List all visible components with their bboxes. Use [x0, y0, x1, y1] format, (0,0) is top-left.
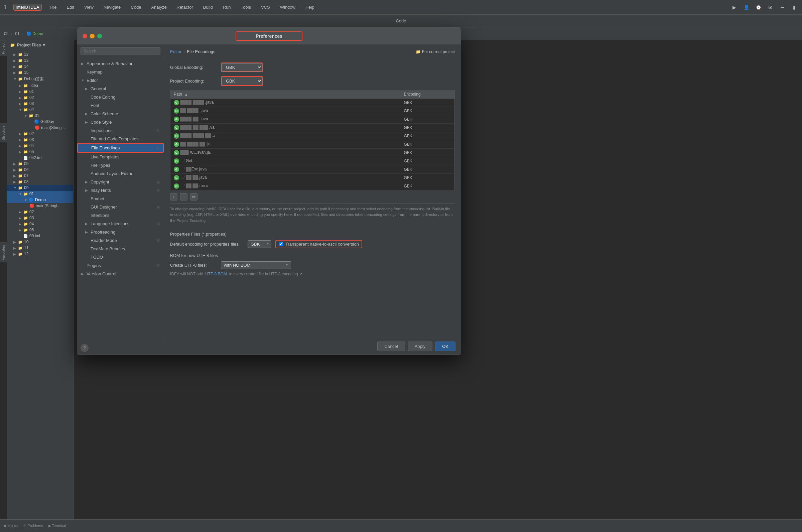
nav-lang-injections[interactable]: ▶ Language Injections ⎘ [77, 220, 164, 228]
tree-item-05b[interactable]: ▶📁 05 [7, 149, 73, 155]
nav-todo[interactable]: TODO [77, 253, 164, 261]
traffic-lights[interactable] [82, 34, 102, 38]
favorites-tab[interactable]: Favorites [0, 243, 7, 262]
nav-inspections[interactable]: Inspections ⎘ [77, 126, 164, 135]
minimize-button[interactable] [90, 34, 95, 38]
transparent-checkbox[interactable] [279, 242, 283, 246]
add-encoding-button[interactable]: + [170, 193, 177, 201]
status-problems[interactable]: ⚠ Problems [23, 524, 43, 528]
tree-item-02b[interactable]: ▶📁 02 [7, 131, 73, 137]
menu-view[interactable]: View [82, 4, 96, 11]
tree-item-04-01[interactable]: ▼📁 01 [7, 113, 73, 119]
tree-item-15[interactable]: ▶📁 15 [7, 70, 73, 76]
tree-item-09-03[interactable]: ▶📁 03 [7, 215, 73, 221]
status-terminal[interactable]: ▶ Terminal [49, 524, 66, 528]
global-encoding-select[interactable]: GBK UTF-8 ISO-8859-1 [222, 63, 262, 72]
help-icon[interactable]: ? [80, 344, 89, 352]
breadcrumb-editor[interactable]: Editor [170, 49, 182, 54]
nav-proofreading[interactable]: ▶ Proofreading [77, 228, 164, 236]
tree-item-12[interactable]: ▶📁 12 [7, 52, 73, 57]
menu-help[interactable]: Help [303, 4, 317, 11]
menu-navigate[interactable]: Navigate [101, 4, 122, 11]
menu-analyze[interactable]: Analyze [149, 4, 168, 11]
bluetooth-icon[interactable]: ─ [779, 4, 786, 11]
table-row[interactable]: G .../ ██Exc.java GBK [170, 166, 455, 174]
nav-intentions[interactable]: Intentions [77, 211, 164, 220]
project-files-header[interactable]: 📁 Project Files ▼ [7, 40, 73, 50]
apply-button[interactable]: Apply [408, 342, 433, 351]
nav-emmet[interactable]: Emmet [77, 194, 164, 203]
tree-item-09-02[interactable]: ▶📁 02 [7, 209, 73, 215]
tree-item-042iml[interactable]: 📄 042.iml [7, 155, 73, 161]
tree-item-05[interactable]: ▶📁 05 [7, 161, 73, 167]
bom-select[interactable]: with NO BOM with BOM [221, 261, 291, 269]
tree-item-04b[interactable]: ▶📁 04 [7, 143, 73, 149]
table-row[interactable]: G ███ /C...svan.ja. GBK [170, 149, 455, 157]
nav-file-types[interactable]: File Types [77, 161, 164, 169]
ok-button[interactable]: OK [435, 342, 456, 351]
battery-icon[interactable]: ▮ [791, 4, 798, 11]
nav-file-encodings[interactable]: File Encodings ⎘ [77, 143, 164, 153]
tree-item-09[interactable]: ▼📁 09 [7, 185, 73, 191]
tree-item-02a[interactable]: ▶📁 02 [7, 95, 73, 100]
table-row[interactable]: G .../ ██ ██.java GBK [170, 174, 455, 182]
tree-item-03a[interactable]: ▶📁 03 [7, 100, 73, 107]
tree-item-idea[interactable]: ▶📁 .idea [7, 82, 73, 89]
nav-plugins[interactable]: Plugins ⎘ [77, 261, 164, 270]
cancel-button[interactable]: Cancel [377, 342, 405, 351]
tree-item-13[interactable]: ▶📁 13 [7, 57, 73, 63]
menu-edit[interactable]: Edit [65, 4, 76, 11]
chat-icon[interactable]: ⌚ [755, 4, 762, 11]
menu-window[interactable]: Window [278, 4, 298, 11]
notification-icon[interactable]: ✉ [767, 4, 774, 11]
table-row[interactable]: G ██ ████ ██ .ja. GBK [170, 140, 455, 149]
nav-file-code-templates[interactable]: File and Code Templates [77, 135, 164, 143]
menu-file[interactable]: File [48, 4, 59, 11]
tree-item-09-05[interactable]: ▶📁 05 [7, 227, 73, 233]
remove-encoding-button[interactable]: − [180, 193, 188, 201]
status-todo[interactable]: ■ TODO [4, 524, 18, 528]
tree-item-06[interactable]: ▶📁 06 [7, 167, 73, 173]
tree-item-07[interactable]: ▶📁 07 [7, 173, 73, 179]
nav-code-editing[interactable]: Code Editing [77, 93, 164, 101]
nav-android-layout[interactable]: Android Layout Editor [77, 169, 164, 178]
tree-item-main2[interactable]: 🔴 main(Stringl... [7, 203, 73, 209]
nav-inlay-hints[interactable]: ▶ Inlay Hints ⎘ [77, 186, 164, 194]
nav-appearance[interactable]: ▶ Appearance & Behavior [77, 59, 164, 68]
refresh-icon[interactable]: ▶ [730, 4, 738, 11]
tree-item-10[interactable]: ▶📁 10 [7, 239, 73, 245]
tree-item-getday[interactable]: 🔵 GetDay [7, 119, 73, 125]
path-column-header[interactable]: Path ▲ [170, 90, 401, 99]
table-row[interactable]: G ██ ████ .java GBK [170, 107, 455, 115]
tree-item-12b[interactable]: ▶📁 12 [7, 251, 73, 257]
nav-live-templates[interactable]: Live Templates [77, 153, 164, 161]
maximize-button[interactable] [97, 34, 102, 38]
nav-search-input[interactable] [80, 47, 160, 55]
tree-item-09-01[interactable]: ▼📁 01 [7, 191, 73, 197]
menu-build[interactable]: Build [201, 4, 215, 11]
menu-code[interactable]: Code [129, 4, 143, 11]
nav-gui-designer[interactable]: GUI Designer ⎘ [77, 203, 164, 211]
nav-copyright[interactable]: ▶ Copyright ⎘ [77, 178, 164, 186]
tree-item-04[interactable]: ▼📁 04 [7, 107, 73, 113]
close-button[interactable] [82, 34, 87, 38]
nav-code-style[interactable]: ▶ Code Style [77, 118, 164, 126]
nav-textmate[interactable]: TextMate Bundles [77, 245, 164, 253]
menu-tools[interactable]: Tools [239, 4, 253, 11]
tree-item-08[interactable]: ▶📁 08 [7, 179, 73, 185]
structure-tab[interactable]: Structure [0, 123, 7, 142]
table-row[interactable]: G .../ ██ ██.me.a GBK [170, 182, 455, 190]
props-encoding-select[interactable]: GBK UTF-8 [248, 240, 271, 248]
menu-vcs[interactable]: VCS [259, 4, 272, 11]
tree-item-09iml[interactable]: 📄 09.iml [7, 233, 73, 239]
table-row[interactable]: G ████ ██ .java GBK [170, 115, 455, 124]
tree-item-debug[interactable]: ▼📁 Debug答案 [7, 76, 73, 82]
nav-color-scheme[interactable]: ▶ Color Scheme [77, 110, 164, 118]
edit-encoding-button[interactable]: ✏ [190, 193, 197, 201]
nav-reader-mode[interactable]: Reader Mode ⎘ [77, 236, 164, 245]
tree-item-demo[interactable]: ▼🔵 Demo [7, 197, 73, 203]
tree-item-main1[interactable]: 🔴 main(Stringl... [7, 125, 73, 131]
menu-idea[interactable]: IntelliJ IDEA [13, 4, 42, 11]
tree-item-03b[interactable]: ▶📁 03 [7, 137, 73, 143]
menu-refactor[interactable]: Refactor [175, 4, 195, 11]
